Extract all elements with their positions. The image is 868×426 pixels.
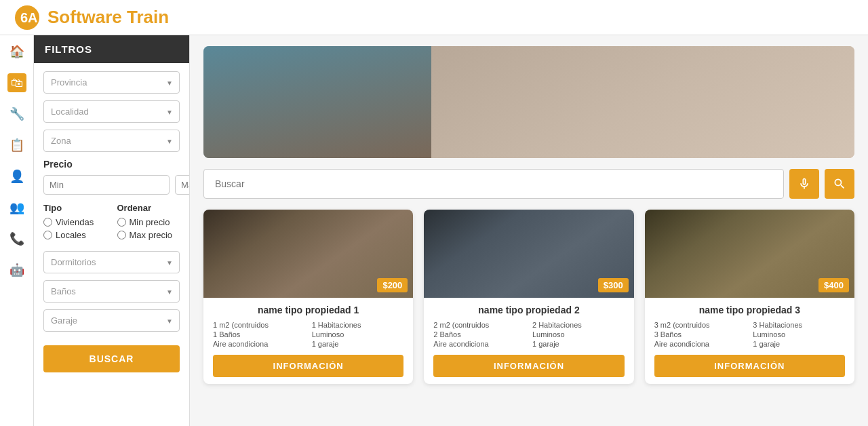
dormitorios-select[interactable]: Dormitorios bbox=[43, 251, 180, 273]
price-badge-1: $200 bbox=[377, 278, 408, 292]
card-body-3: name tipo propiedad 3 3 m2 (contruidos 3… bbox=[645, 298, 854, 384]
detail-1-3: Luminoso bbox=[312, 330, 404, 338]
sidebar-nav: 🏠 🛍 🔧 📋 👤 👥 📞 🤖 bbox=[0, 35, 34, 426]
price-badge-2: $300 bbox=[598, 278, 629, 292]
garaje-wrapper: Garaje bbox=[43, 309, 180, 332]
search-icon bbox=[833, 177, 846, 191]
localidad-select[interactable]: Localidad bbox=[43, 100, 180, 123]
ordenar-label: Ordenar bbox=[117, 203, 180, 213]
nav-phone[interactable]: 📞 bbox=[7, 229, 26, 248]
detail-1-2: 1 Baños bbox=[213, 330, 305, 338]
card-title-1: name tipo propiedad 1 bbox=[213, 305, 403, 315]
property-cards-grid: $200 name tipo propiedad 1 1 m2 (contrui… bbox=[203, 210, 854, 384]
banner-right bbox=[431, 46, 854, 158]
price-badge-3: $400 bbox=[818, 278, 849, 292]
nav-robot[interactable]: 🤖 bbox=[7, 260, 26, 279]
card-image-2: $300 bbox=[424, 210, 633, 298]
card-title-3: name tipo propiedad 3 bbox=[654, 305, 845, 315]
ordenar-max-radio[interactable] bbox=[117, 231, 126, 239]
detail-2-2: 2 Baños bbox=[433, 330, 526, 338]
banos-select[interactable]: Baños bbox=[43, 280, 180, 303]
detail-2-1: 2 Habitaciones bbox=[532, 321, 625, 329]
detail-3-4: Aire acondiciona bbox=[654, 340, 747, 348]
search-input[interactable] bbox=[203, 169, 784, 199]
detail-1-0: 1 m2 (contruidos bbox=[213, 321, 305, 329]
nav-tools[interactable]: 🔧 bbox=[7, 104, 26, 123]
ordenar-min-radio[interactable] bbox=[117, 218, 126, 227]
nav-group[interactable]: 👥 bbox=[7, 198, 26, 217]
price-max-input[interactable] bbox=[175, 175, 190, 195]
zona-select[interactable]: Zona bbox=[43, 130, 180, 152]
card-body-2: name tipo propiedad 2 2 m2 (contruidos 2… bbox=[424, 298, 633, 384]
tipo-viviendas: Viviendas bbox=[43, 217, 106, 227]
tipo-ordenar-section: Tipo Viviendas Locales Ordenar Min preci… bbox=[43, 203, 180, 243]
tipo-column: Tipo Viviendas Locales bbox=[43, 203, 106, 243]
header: 6A Software Train bbox=[0, 0, 868, 35]
property-card-2: $300 name tipo propiedad 2 2 m2 (contrui… bbox=[424, 210, 633, 384]
detail-3-0: 3 m2 (contruidos bbox=[654, 321, 747, 329]
price-inputs bbox=[43, 175, 180, 195]
provincia-select[interactable]: Provincia bbox=[43, 71, 180, 94]
tipo-viviendas-label: Viviendas bbox=[56, 217, 94, 227]
card-details-2: 2 m2 (contruidos 2 Habitaciones 2 Baños … bbox=[433, 321, 624, 348]
detail-3-2: 3 Baños bbox=[654, 330, 747, 338]
nav-home[interactable]: 🏠 bbox=[7, 42, 26, 61]
garaje-select[interactable]: Garaje bbox=[43, 309, 180, 332]
filters-panel: FILTROS Provincia Localidad Zona Precio bbox=[34, 35, 190, 426]
detail-2-3: Luminoso bbox=[532, 330, 625, 338]
card-details-1: 1 m2 (contruidos 1 Habitaciones 1 Baños … bbox=[213, 321, 403, 348]
tipo-locales-label: Locales bbox=[56, 230, 86, 240]
nav-shop[interactable]: 🛍 bbox=[7, 73, 26, 92]
localidad-wrapper: Localidad bbox=[43, 100, 180, 123]
property-card-1: $200 name tipo propiedad 1 1 m2 (contrui… bbox=[203, 210, 413, 384]
card-body-1: name tipo propiedad 1 1 m2 (contruidos 1… bbox=[203, 298, 413, 384]
search-bar bbox=[203, 169, 854, 199]
search-button[interactable] bbox=[825, 169, 854, 199]
main-layout: 🏠 🛍 🔧 📋 👤 👥 📞 🤖 FILTROS Provincia Locali… bbox=[0, 35, 868, 426]
filters-header: FILTROS bbox=[34, 35, 189, 63]
detail-2-0: 2 m2 (contruidos bbox=[433, 321, 526, 329]
detail-1-1: 1 Habitaciones bbox=[312, 321, 404, 329]
tipo-label: Tipo bbox=[43, 203, 106, 213]
logo-container: 6A Software Train bbox=[14, 4, 169, 31]
ordenar-max-label: Max precio bbox=[130, 230, 173, 240]
detail-3-1: 3 Habitaciones bbox=[753, 321, 845, 329]
provincia-wrapper: Provincia bbox=[43, 71, 180, 94]
price-min-input[interactable] bbox=[43, 175, 170, 195]
banner: COMPRAR bbox=[203, 46, 854, 158]
property-card-3: $400 name tipo propiedad 3 3 m2 (contrui… bbox=[645, 210, 854, 384]
svg-text:6A: 6A bbox=[20, 10, 38, 25]
nav-table[interactable]: 📋 bbox=[7, 136, 26, 155]
card-title-2: name tipo propiedad 2 bbox=[433, 305, 624, 315]
info-button-1[interactable]: INFORMACIÓN bbox=[213, 355, 403, 377]
precio-label: Precio bbox=[43, 159, 180, 170]
tipo-viviendas-radio[interactable] bbox=[43, 218, 52, 227]
buscar-button[interactable]: BUSCAR bbox=[43, 345, 180, 372]
zona-wrapper: Zona bbox=[43, 130, 180, 152]
detail-2-5: 1 garaje bbox=[532, 340, 625, 348]
card-image-3: $400 bbox=[645, 210, 854, 298]
detail-3-3: Luminoso bbox=[753, 330, 845, 338]
app-title: Software Train bbox=[47, 7, 169, 28]
detail-1-4: Aire acondiciona bbox=[213, 340, 305, 348]
dormitorios-wrapper: Dormitorios bbox=[43, 251, 180, 273]
logo-icon: 6A bbox=[14, 4, 41, 31]
nav-person[interactable]: 👤 bbox=[7, 167, 26, 186]
microphone-button[interactable] bbox=[789, 169, 819, 199]
ordenar-max: Max precio bbox=[117, 230, 180, 240]
ordenar-min-label: Min precio bbox=[130, 217, 170, 227]
card-image-1: $200 bbox=[203, 210, 413, 298]
info-button-2[interactable]: INFORMACIÓN bbox=[433, 355, 624, 377]
ordenar-column: Ordenar Min precio Max precio bbox=[117, 203, 180, 243]
tipo-locales: Locales bbox=[43, 230, 106, 240]
tipo-locales-radio[interactable] bbox=[43, 231, 52, 239]
filters-body: Provincia Localidad Zona Precio bbox=[34, 63, 189, 381]
microphone-icon bbox=[797, 177, 811, 191]
detail-3-5: 1 garaje bbox=[753, 340, 845, 348]
info-button-3[interactable]: INFORMACIÓN bbox=[654, 355, 845, 377]
detail-1-5: 1 garaje bbox=[312, 340, 404, 348]
detail-2-4: Aire acondiciona bbox=[433, 340, 526, 348]
banner-decoration bbox=[203, 46, 854, 158]
ordenar-min: Min precio bbox=[117, 217, 180, 227]
card-details-3: 3 m2 (contruidos 3 Habitaciones 3 Baños … bbox=[654, 321, 845, 348]
